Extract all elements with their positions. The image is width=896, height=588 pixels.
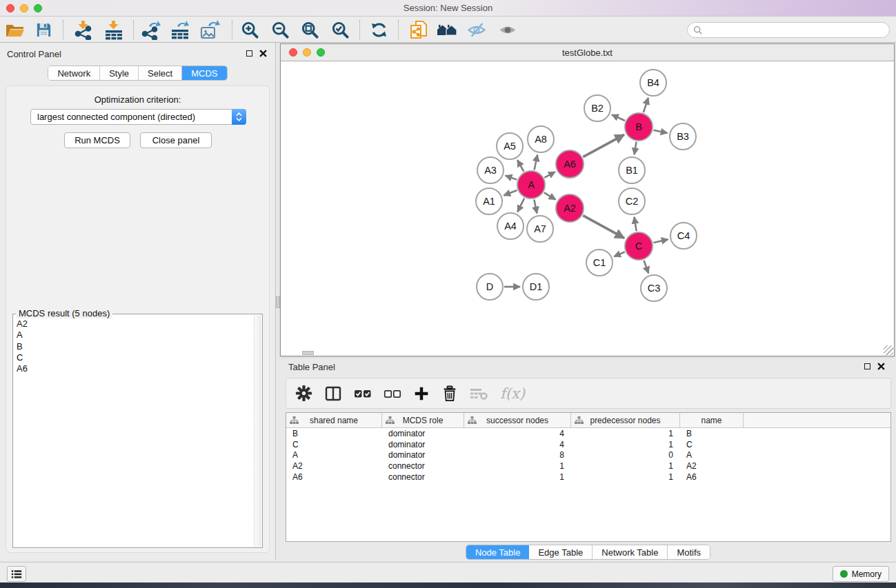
- float-table-panel-icon[interactable]: [864, 363, 870, 369]
- graph-node-B4[interactable]: B4: [640, 70, 666, 96]
- graph-node-A1[interactable]: A1: [476, 188, 502, 214]
- table-cell[interactable]: 8: [464, 450, 571, 460]
- table-settings-button[interactable]: [295, 384, 312, 403]
- graph-edge-B-B3[interactable]: [653, 130, 667, 133]
- graph-node-D[interactable]: D: [477, 274, 503, 300]
- export-table-button[interactable]: [168, 18, 192, 41]
- table-row[interactable]: Adominator80A: [286, 450, 890, 461]
- graph-node-C4[interactable]: C4: [670, 223, 697, 249]
- table-cell[interactable]: connector: [382, 472, 464, 482]
- graph-edge-A-A2[interactable]: [544, 192, 556, 199]
- mcds-result-item[interactable]: A6: [17, 363, 252, 374]
- graph-edge-C-C1[interactable]: [614, 252, 625, 257]
- table-cell[interactable]: 1: [571, 461, 680, 471]
- refresh-button[interactable]: [367, 18, 390, 41]
- import-network-button[interactable]: [72, 18, 95, 41]
- graph-edge-A-A6[interactable]: [544, 172, 555, 177]
- tab-node-table[interactable]: Node Table: [466, 545, 530, 559]
- mcds-result-item[interactable]: C: [17, 352, 252, 363]
- graph-edge-A2-C[interactable]: [583, 216, 624, 239]
- table-row[interactable]: A2connector11A2: [286, 460, 890, 472]
- table-cell[interactable]: 0: [571, 450, 680, 460]
- column-header-mcds-role[interactable]: MCDS role: [382, 413, 464, 427]
- import-table-button[interactable]: [102, 18, 126, 41]
- zoom-out-button[interactable]: [268, 18, 292, 41]
- table-cell[interactable]: dominator: [382, 429, 464, 438]
- graph-node-A7[interactable]: A7: [527, 216, 553, 242]
- table-cell[interactable]: 4: [464, 429, 571, 438]
- graph-node-B3[interactable]: B3: [670, 123, 696, 150]
- mcds-result-item[interactable]: A: [17, 330, 252, 341]
- float-panel-icon[interactable]: [246, 50, 252, 57]
- column-header-predecessor-nodes[interactable]: predecessor nodes: [571, 413, 680, 427]
- mcds-result-item[interactable]: B: [17, 341, 252, 352]
- column-header-successor-nodes[interactable]: successor nodes: [464, 413, 571, 427]
- optimization-criterion-dropdown[interactable]: largest connected component (directed): [30, 109, 246, 125]
- table-cell[interactable]: A: [286, 450, 382, 460]
- table-cell[interactable]: A2: [286, 461, 382, 471]
- close-panel-button[interactable]: Close panel: [140, 132, 212, 148]
- graph-edge-A-A7[interactable]: [534, 200, 537, 214]
- new-network-from-selection-button[interactable]: [407, 18, 430, 41]
- graph-node-A3[interactable]: A3: [477, 157, 504, 183]
- show-all-networks-button[interactable]: [435, 18, 459, 41]
- graph-edge-C-C3[interactable]: [644, 261, 648, 274]
- graph-node-A8[interactable]: A8: [528, 126, 554, 152]
- open-session-button[interactable]: [3, 18, 27, 41]
- close-table-panel-icon[interactable]: [877, 363, 885, 370]
- mcds-result-item[interactable]: A2: [17, 318, 252, 330]
- search-field[interactable]: [687, 22, 890, 38]
- graph-edge-A-A3[interactable]: [506, 176, 517, 180]
- tab-motifs[interactable]: Motifs: [668, 545, 710, 559]
- graph-edge-B-B4[interactable]: [644, 98, 648, 112]
- table-cell[interactable]: 1: [571, 440, 680, 449]
- select-all-button[interactable]: [354, 385, 372, 402]
- table-cell[interactable]: A2: [680, 461, 744, 471]
- graph-node-C[interactable]: C: [625, 232, 653, 260]
- save-session-button[interactable]: [32, 18, 55, 41]
- graph-edge-A-A8[interactable]: [535, 154, 538, 170]
- zoom-selected-button[interactable]: [328, 18, 352, 41]
- graph-edge-B-B1[interactable]: [635, 142, 637, 155]
- add-column-button[interactable]: [413, 385, 430, 402]
- graph-node-A2[interactable]: A2: [556, 194, 584, 222]
- graph-node-C3[interactable]: C3: [641, 275, 667, 301]
- table-cell[interactable]: dominator: [382, 440, 464, 449]
- column-header-name[interactable]: name: [680, 413, 744, 427]
- graph-node-B1[interactable]: B1: [619, 157, 645, 183]
- function-builder-button[interactable]: f(x): [500, 385, 525, 402]
- toggle-column-pane-button[interactable]: [324, 385, 342, 402]
- table-row[interactable]: Cdominator41C: [286, 439, 890, 450]
- table-cell[interactable]: dominator: [382, 450, 464, 460]
- table-cell[interactable]: B: [680, 429, 744, 438]
- tab-select[interactable]: Select: [139, 66, 182, 80]
- export-network-button[interactable]: [139, 18, 163, 41]
- window-resize-grip[interactable]: [884, 345, 893, 355]
- table-row[interactable]: Bdominator41B: [286, 428, 890, 439]
- graph-edge-C-C4[interactable]: [653, 239, 668, 243]
- zoom-fit-button[interactable]: [298, 18, 321, 41]
- table-cell[interactable]: B: [286, 429, 382, 438]
- close-panel-icon[interactable]: [259, 50, 267, 57]
- show-task-history-button[interactable]: [7, 566, 26, 582]
- network-canvas[interactable]: B4B2BB3A8A5A6A3B1AA1C2A2A4A7C4CC1DD1C3: [281, 61, 894, 356]
- table-cell[interactable]: 4: [464, 440, 571, 449]
- show-graphics-details-button[interactable]: [496, 18, 519, 41]
- graph-edge-A-A4[interactable]: [517, 199, 524, 212]
- graph-edge-A-A5[interactable]: [517, 160, 524, 172]
- column-header-shared-name[interactable]: shared name: [286, 413, 382, 427]
- result-scrollbar[interactable]: [254, 315, 261, 547]
- graph-node-A5[interactable]: A5: [497, 133, 523, 159]
- table-cell[interactable]: 1: [464, 472, 571, 482]
- table-cell[interactable]: 1: [571, 429, 680, 438]
- split-divider-handle[interactable]: [302, 351, 314, 355]
- tab-network-table[interactable]: Network Table: [593, 545, 668, 559]
- table-cell[interactable]: 1: [571, 472, 680, 482]
- deselect-all-button[interactable]: [384, 385, 401, 402]
- table-cell[interactable]: C: [286, 440, 382, 449]
- table-cell[interactable]: A6: [286, 472, 382, 482]
- table-cell[interactable]: C: [680, 440, 744, 449]
- tab-edge-table[interactable]: Edge Table: [529, 545, 593, 559]
- search-input[interactable]: [706, 26, 884, 35]
- graph-edge-A6-B[interactable]: [583, 134, 624, 156]
